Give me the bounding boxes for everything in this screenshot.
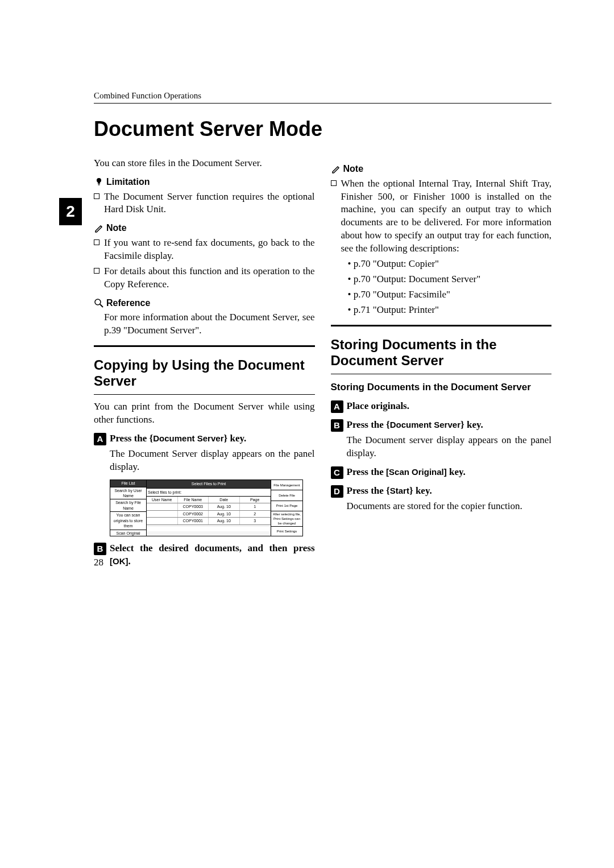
square-bullet-icon xyxy=(94,239,99,245)
section-rule xyxy=(94,345,315,347)
reference-text: For more information about the Document … xyxy=(104,311,315,337)
note-heading: Note xyxy=(331,163,552,175)
step-text: Press the [Scan Original] key. xyxy=(347,466,552,479)
magnifier-icon xyxy=(94,298,104,308)
pencil-icon xyxy=(94,223,104,233)
step-number-badge: B xyxy=(331,419,343,432)
step-item: C Press the [Scan Original] key. xyxy=(331,466,552,479)
step-text: Press the {Document Server} key. xyxy=(347,419,552,432)
svg-line-4 xyxy=(100,304,103,307)
step-body: The Document server display appears on t… xyxy=(347,434,552,460)
section-title-storing: Storing Documents in the Document Server xyxy=(331,337,552,368)
note-heading: Note xyxy=(94,222,315,234)
note-item: If you want to re-send fax documents, go… xyxy=(94,237,315,263)
two-column-layout: You can store files in the Document Serv… xyxy=(94,157,551,568)
sub-bullet-item: • p.70 "Output: Facsimile" xyxy=(348,288,552,301)
step-number-badge: A xyxy=(94,433,106,445)
page-title: Document Server Mode xyxy=(94,117,551,141)
note-label: Note xyxy=(106,222,127,234)
subsection-title-storing: Storing Documents in the Document Server xyxy=(331,381,552,394)
square-bullet-icon xyxy=(331,180,337,186)
square-bullet-icon xyxy=(94,268,99,274)
step-text: Place originals. xyxy=(347,400,552,413)
right-column: Note When the optional Internal Tray, In… xyxy=(331,157,552,568)
header-rule xyxy=(94,103,551,104)
note-label: Note xyxy=(343,163,364,175)
step-text: Select the desired documents, and then p… xyxy=(110,542,315,568)
chapter-tab: 2 xyxy=(59,198,82,225)
step-number-badge: A xyxy=(331,400,343,413)
svg-point-0 xyxy=(97,178,101,183)
section-title-copying: Copying by Using the Document Server xyxy=(94,357,315,388)
limitation-heading: Limitation xyxy=(94,176,315,188)
sub-bullet-item: • p.71 "Output: Printer" xyxy=(348,304,552,317)
intro-text: You can store files in the Document Serv… xyxy=(94,157,315,170)
section-rule xyxy=(331,325,552,326)
step-body: Documents are stored for the copier func… xyxy=(347,500,552,513)
step-item: A Press the {Document Server} key. xyxy=(94,432,315,445)
step-item: B Press the {Document Server} key. xyxy=(331,419,552,432)
pencil-icon xyxy=(331,164,341,174)
document-page: Combined Function Operations 2 Document … xyxy=(0,0,614,614)
step-number-badge: C xyxy=(331,466,343,479)
step-number-badge: B xyxy=(94,543,106,555)
limitation-label: Limitation xyxy=(106,176,150,188)
section-subrule xyxy=(331,374,552,374)
reference-heading: Reference xyxy=(94,297,315,309)
lightbulb-icon xyxy=(94,177,104,187)
step-text: Press the {Document Server} key. xyxy=(110,432,315,445)
step-text: Press the {Start} key. xyxy=(347,485,552,498)
svg-rect-1 xyxy=(98,183,100,184)
panel-screenshot: File List Search by User Name Search by … xyxy=(110,480,303,536)
step-item: B Select the desired documents, and then… xyxy=(94,542,315,568)
limitation-item: The Document Server function requires th… xyxy=(94,191,315,217)
reference-label: Reference xyxy=(106,297,150,309)
square-bullet-icon xyxy=(94,193,99,199)
note-item: When the optional Internal Tray, Interna… xyxy=(331,177,552,256)
page-header: Combined Function Operations xyxy=(94,91,551,101)
step-item: D Press the {Start} key. xyxy=(331,485,552,498)
section-subrule xyxy=(94,394,315,395)
step-body: The Document Server display appears on t… xyxy=(110,448,315,474)
step-number-badge: D xyxy=(331,485,343,498)
step-item: A Place originals. xyxy=(331,400,552,413)
sub-bullet-item: • p.70 "Output: Copier" xyxy=(348,258,552,271)
page-number: 28 xyxy=(94,557,103,568)
left-column: You can store files in the Document Serv… xyxy=(94,157,315,568)
section-intro: You can print from the Document Server w… xyxy=(94,400,315,427)
svg-rect-2 xyxy=(98,184,100,185)
sub-bullet-item: • p.70 "Output: Document Server" xyxy=(348,273,552,286)
svg-point-3 xyxy=(95,299,101,305)
note-item: For details about this function and its … xyxy=(94,265,315,291)
